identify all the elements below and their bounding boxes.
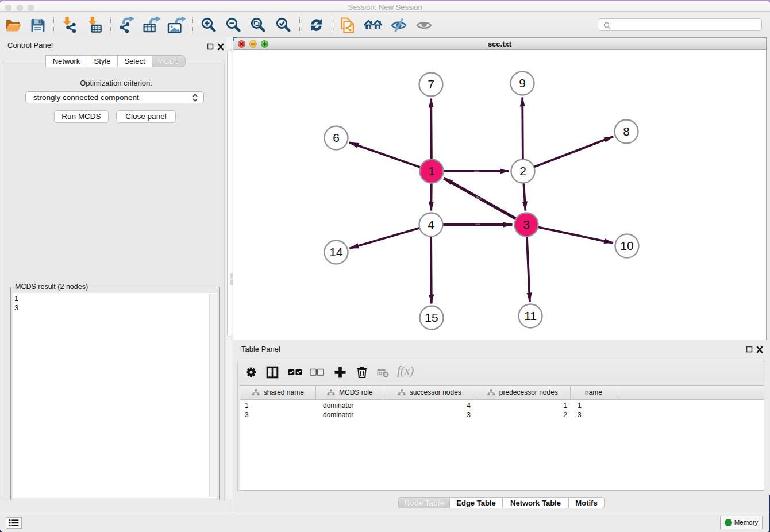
svg-text:6: 6 [333,131,340,144]
svg-text:14: 14 [329,245,343,259]
svg-text:8: 8 [623,125,630,138]
svg-text:3: 3 [523,218,530,231]
svg-text:7: 7 [428,78,434,91]
svg-text:1: 1 [428,164,435,178]
svg-text:15: 15 [425,311,438,324]
svg-text:11: 11 [524,309,537,322]
svg-text:10: 10 [620,239,633,252]
svg-text:2: 2 [519,164,526,178]
svg-text:4: 4 [428,218,434,231]
svg-text:9: 9 [519,76,526,90]
